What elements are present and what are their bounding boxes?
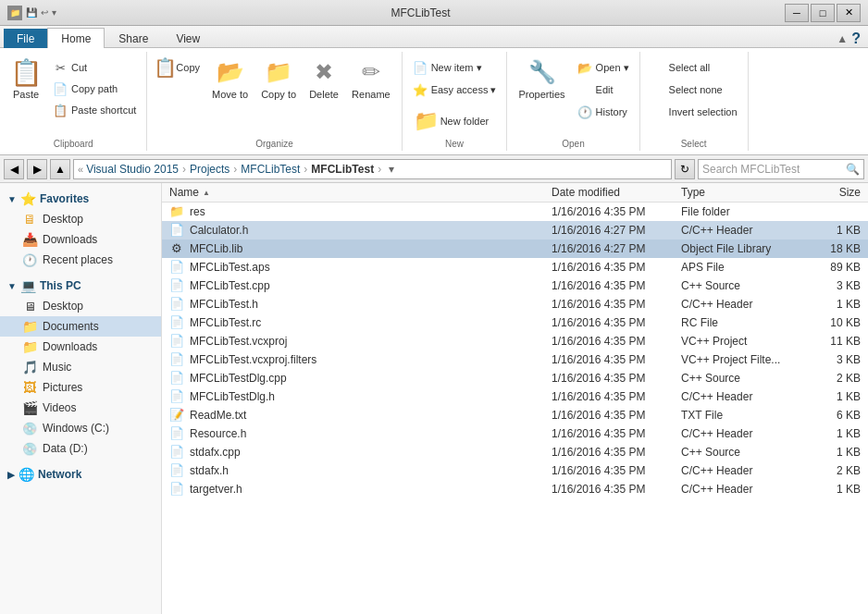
sidebar-favorites-header[interactable]: ▼ ⭐ Favorites — [0, 189, 161, 209]
tab-share[interactable]: Share — [105, 28, 162, 48]
cut-button[interactable]: ✂ Cut — [48, 57, 141, 78]
sidebar-item-documents[interactable]: 📁 Documents — [0, 316, 161, 337]
ribbon-group-open: 🔧 Properties 📂 Open ▾ ✏ Edit 🕐 History O… — [507, 52, 639, 151]
navigation-bar: ◀ ▶ ▲ « Visual Studio 2015 › Projects › … — [0, 155, 868, 183]
breadcrumb-mfclibtest1[interactable]: MFCLibTest — [241, 163, 300, 176]
file-icon-rc: 📄 — [169, 315, 184, 330]
desktop-fav-icon: 🖥 — [22, 212, 37, 227]
col-type[interactable]: Type — [674, 186, 812, 199]
sidebar-network-header[interactable]: ▶ 🌐 Network — [0, 464, 161, 485]
sidebar-item-downloads-fav[interactable]: 📥 Downloads — [0, 229, 161, 250]
ribbon-collapse-icon[interactable]: ▲ — [837, 32, 848, 45]
file-row-dlg-h[interactable]: 📄MFCLibTestDlg.h 1/16/2016 4:35 PM C/C++… — [162, 387, 868, 406]
file-icon-aps: 📄 — [169, 260, 184, 275]
help-icon[interactable]: ? — [851, 31, 861, 47]
file-row-dlg-cpp[interactable]: 📄MFCLibTestDlg.cpp 1/16/2016 4:35 PM C++… — [162, 369, 868, 387]
file-row-resource-h[interactable]: 📄Resource.h 1/16/2016 4:35 PM C/C++ Head… — [162, 424, 868, 443]
ribbon-group-new: 📄 New item ▾ ⭐ Easy access ▾ 📁 New folde… — [403, 52, 508, 151]
paste-button[interactable]: 📋 Paste — [6, 54, 46, 104]
move-to-button[interactable]: 📂 Move to — [206, 54, 254, 104]
sidebar-thispc-header[interactable]: ▼ 💻 This PC — [0, 276, 161, 296]
file-row-vcxproj-filters[interactable]: 📄MFCLibTest.vcxproj.filters 1/16/2016 4:… — [162, 350, 868, 369]
sidebar-item-pictures[interactable]: 🖼 Pictures — [0, 377, 161, 398]
paste-shortcut-button[interactable]: 📋 Paste shortcut — [48, 100, 141, 120]
sidebar-label-downloads-fav: Downloads — [43, 233, 97, 246]
desktop-pc-icon: 🖥 — [22, 299, 37, 313]
ribbon-group-clipboard: 📋 Paste ✂ Cut 📄 Copy path 📋 Paste shortc… — [0, 52, 147, 151]
sidebar-item-recent[interactable]: 🕐 Recent places — [0, 250, 161, 270]
minimize-button[interactable]: ─ — [785, 4, 809, 22]
quick-access-save[interactable]: 💾 — [26, 7, 37, 18]
edit-button[interactable]: ✏ Edit — [573, 80, 634, 100]
sidebar-item-data-d[interactable]: 💿 Data (D:) — [0, 438, 161, 459]
col-date[interactable]: Date modified — [544, 186, 674, 199]
ribbon-group-select: ☑ Select all ☐ Select none ⇅ Invert sele… — [640, 52, 749, 151]
close-button[interactable]: ✕ — [837, 4, 861, 22]
select-all-button[interactable]: ☑ Select all — [646, 57, 742, 78]
thispc-label: This PC — [40, 279, 81, 292]
videos-icon: 🎬 — [22, 400, 37, 415]
new-item-button[interactable]: 📄 New item ▾ — [408, 57, 502, 78]
refresh-button[interactable]: ↻ — [675, 159, 695, 179]
new-folder-button[interactable]: 📁 New folder — [408, 105, 502, 137]
network-expand-icon: ▶ — [7, 470, 15, 480]
ribbon-group-organize: 📋 Copy 📂 Move to 📁 Copy to ✖ Delete — [147, 52, 402, 151]
sidebar-item-music[interactable]: 🎵 Music — [0, 357, 161, 377]
easy-access-button[interactable]: ⭐ Easy access ▾ — [408, 80, 502, 100]
file-row-calculator-h[interactable]: 📄Calculator.h 1/16/2016 4:27 PM C/C++ He… — [162, 221, 868, 239]
sidebar-item-desktop-pc[interactable]: 🖥 Desktop — [0, 296, 161, 316]
sidebar-item-videos[interactable]: 🎬 Videos — [0, 398, 161, 418]
sidebar-label-pictures: Pictures — [43, 381, 82, 394]
col-name[interactable]: Name ▲ — [162, 186, 544, 199]
file-icon-targetver-h: 📄 — [169, 482, 184, 497]
rename-button[interactable]: ✏ Rename — [346, 54, 396, 104]
copy-to-button[interactable]: 📁 Copy to — [255, 54, 302, 104]
open-button[interactable]: 📂 Open ▾ — [573, 57, 634, 78]
sidebar-item-downloads-pc[interactable]: 📁 Downloads — [0, 337, 161, 357]
invert-selection-button[interactable]: ⇅ Invert selection — [646, 102, 742, 122]
breadcrumb-mfclibtest2[interactable]: MFCLibTest — [311, 163, 374, 176]
delete-button[interactable]: ✖ Delete — [304, 54, 344, 104]
address-dropdown-btn[interactable]: ▾ — [389, 163, 394, 176]
window-controls: ─ □ ✕ — [785, 4, 861, 22]
col-size[interactable]: Size — [812, 186, 868, 199]
favorites-icon: ⭐ — [20, 191, 36, 206]
tab-home[interactable]: Home — [47, 28, 105, 48]
file-row-rc[interactable]: 📄MFCLibTest.rc 1/16/2016 4:35 PM RC File… — [162, 313, 868, 332]
back-button[interactable]: ◀ — [4, 159, 24, 179]
sidebar-item-desktop-fav[interactable]: 🖥 Desktop — [0, 209, 161, 229]
search-icon[interactable]: 🔍 — [846, 163, 860, 176]
file-row-aps[interactable]: 📄MFCLibTest.aps 1/16/2016 4:35 PM APS Fi… — [162, 258, 868, 276]
main-area: ▼ ⭐ Favorites 🖥 Desktop 📥 Downloads 🕐 Re… — [0, 183, 868, 614]
copy-button[interactable]: 📋 Copy — [153, 57, 205, 78]
copy-path-button[interactable]: 📄 Copy path — [48, 79, 141, 99]
sidebar-item-windows-c[interactable]: 💿 Windows (C:) — [0, 418, 161, 438]
file-row-readme[interactable]: 📝ReadMe.txt 1/16/2016 4:35 PM TXT File 6… — [162, 406, 868, 424]
file-icon-vcxproj: 📄 — [169, 334, 184, 349]
breadcrumb-vs[interactable]: Visual Studio 2015 — [86, 163, 179, 176]
file-row-stdafx-h[interactable]: 📄stdafx.h 1/16/2016 4:35 PM C/C++ Header… — [162, 461, 868, 480]
file-row-h[interactable]: 📄MFCLibTest.h 1/16/2016 4:35 PM C/C++ He… — [162, 295, 868, 313]
file-row-stdafx-cpp[interactable]: 📄stdafx.cpp 1/16/2016 4:35 PM C++ Source… — [162, 443, 868, 461]
forward-button[interactable]: ▶ — [27, 159, 47, 179]
file-icon-dlg-cpp: 📄 — [169, 371, 184, 386]
file-row-res[interactable]: 📁res 1/16/2016 4:35 PM File folder — [162, 203, 868, 221]
file-row-mfclib-lib[interactable]: ⚙MFCLib.lib 1/16/2016 4:27 PM Object Fil… — [162, 239, 868, 258]
search-bar[interactable]: Search MFCLibTest 🔍 — [698, 159, 864, 179]
properties-button[interactable]: 🔧 Properties — [513, 54, 570, 104]
tab-file[interactable]: File — [4, 29, 47, 48]
favorites-label: Favorites — [40, 192, 89, 205]
up-button[interactable]: ▲ — [50, 159, 70, 179]
file-row-targetver-h[interactable]: 📄targetver.h 1/16/2016 4:35 PM C/C++ Hea… — [162, 480, 868, 498]
select-none-button[interactable]: ☐ Select none — [646, 80, 742, 100]
file-row-cpp[interactable]: 📄MFCLibTest.cpp 1/16/2016 4:35 PM C++ So… — [162, 276, 868, 295]
maximize-button[interactable]: □ — [811, 4, 835, 22]
file-row-vcxproj[interactable]: 📄MFCLibTest.vcxproj 1/16/2016 4:35 PM VC… — [162, 332, 868, 350]
tab-view[interactable]: View — [162, 28, 214, 48]
quick-access-undo[interactable]: ↩ — [41, 7, 48, 18]
breadcrumb-projects[interactable]: Projects — [190, 163, 229, 176]
address-bar[interactable]: « Visual Studio 2015 › Projects › MFCLib… — [73, 159, 672, 179]
select-group-label: Select — [681, 139, 707, 149]
sidebar-label-downloads-pc: Downloads — [43, 340, 97, 353]
history-button[interactable]: 🕐 History — [573, 102, 634, 122]
